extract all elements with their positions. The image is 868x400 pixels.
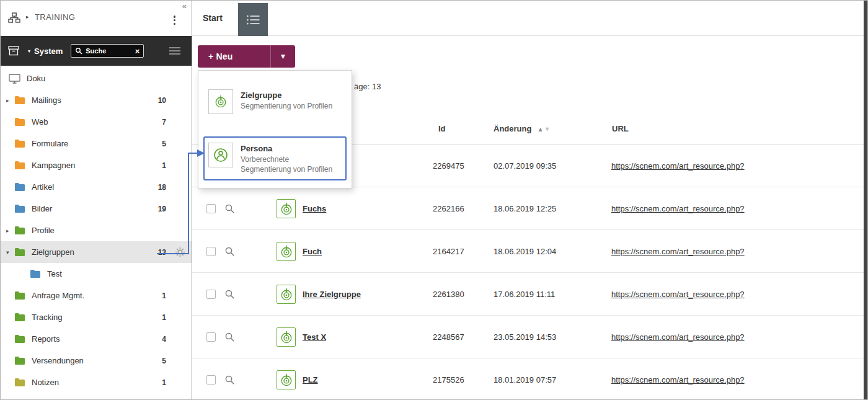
tree-item-count: 18 xyxy=(158,183,166,192)
row-checkbox[interactable] xyxy=(206,247,216,256)
tree-item-label: Reports xyxy=(32,334,60,344)
row-id: 2269475 xyxy=(433,161,464,171)
row-change-date: 18.01.2019 07:57 xyxy=(494,375,556,384)
folder-icon-green xyxy=(14,226,25,235)
gear-icon[interactable] xyxy=(175,247,185,257)
tree-item-reports[interactable]: Reports 4 xyxy=(1,328,192,350)
sidebar-tree: Doku ▸ Mailings 10 Web 7 Formulare 5 Kam… xyxy=(1,68,192,393)
tree-item-count: 1 xyxy=(162,378,166,387)
app-window: ▸ TRAINING « ▾ System × Doku ▸ Mailings … xyxy=(0,0,868,400)
row-url-link[interactable]: https://scnem.com/art_resource.php? xyxy=(611,375,745,384)
row-url-link[interactable]: https://scnem.com/art_resource.php? xyxy=(611,247,745,256)
row-search-icon[interactable] xyxy=(224,332,235,342)
more-menu-icon[interactable] xyxy=(172,13,177,27)
tree-item-formulare[interactable]: Formulare 5 xyxy=(1,133,192,154)
tree-item-anfrage-mgmt[interactable]: Anfrage Mgmt. 1 xyxy=(1,285,192,306)
tree-item-zielgruppen[interactable]: ▾ Zielgruppen 13 xyxy=(1,241,192,263)
clear-search-icon[interactable]: × xyxy=(135,47,140,55)
new-button[interactable]: + Neu ▼ xyxy=(198,45,295,68)
menu-item-persona[interactable]: Persona Vorberechnete Segmentierung von … xyxy=(203,136,347,180)
tree-item-bilder[interactable]: Bilder 19 xyxy=(1,198,192,220)
tree-item-versendungen[interactable]: Versendungen 5 xyxy=(1,350,192,371)
tree-chevron-icon[interactable]: ▾ xyxy=(6,249,14,256)
tree-item-label: Mailings xyxy=(32,96,61,105)
row-change-date: 17.06.2019 11:11 xyxy=(494,290,555,299)
table-row: Ihre Zielgruppe 2261380 17.06.2019 11:11… xyxy=(192,273,867,316)
tree-item-label: Artikel xyxy=(32,182,54,192)
zielgruppe-target-icon xyxy=(208,89,233,114)
folder-icon-green xyxy=(14,291,25,300)
system-caret-icon[interactable]: ▾ xyxy=(28,48,30,54)
tab-bar: Start xyxy=(192,1,867,36)
tree-item-count: 13 xyxy=(158,248,166,257)
tab-start[interactable]: Start xyxy=(203,1,223,35)
zielgruppe-target-icon xyxy=(277,242,296,261)
tree-item-label: Doku xyxy=(27,74,45,83)
row-url-link[interactable]: https://scnem.com/art_resource.php? xyxy=(611,332,745,342)
search-icon xyxy=(75,47,82,55)
row-checkbox[interactable] xyxy=(206,332,216,342)
list-menu-icon[interactable] xyxy=(169,45,180,56)
folder-icon-olive xyxy=(14,378,25,387)
persona-icon xyxy=(208,143,233,167)
tree-item-label: Bilder xyxy=(32,204,52,213)
column-header-aenderung[interactable]: Änderung▲▼ xyxy=(494,124,549,133)
row-search-icon[interactable] xyxy=(224,246,235,257)
folder-icon-orange xyxy=(14,117,25,127)
tree-item-test[interactable]: Test xyxy=(1,263,192,285)
window-edge-scrollbar[interactable] xyxy=(864,1,867,399)
row-id: 2175526 xyxy=(433,375,464,384)
row-url-link[interactable]: https://scnem.com/art_resource.php? xyxy=(611,161,745,171)
new-button-caret-icon[interactable]: ▼ xyxy=(270,45,295,68)
tree-item-kampagnen[interactable]: Kampagnen 1 xyxy=(1,154,192,176)
folder-icon-green xyxy=(14,247,25,257)
row-search-icon[interactable] xyxy=(224,289,235,300)
tree-item-doku[interactable]: Doku xyxy=(1,68,192,89)
tree-item-profile[interactable]: ▸ Profile xyxy=(1,220,192,241)
row-name-link[interactable]: Test X xyxy=(303,332,326,342)
table-row: Test X 2248567 23.05.2019 14:53 https://… xyxy=(192,316,867,358)
row-checkbox[interactable] xyxy=(206,290,216,299)
row-id: 2261380 xyxy=(433,290,464,299)
workspace-caret-icon[interactable]: ▸ xyxy=(26,14,29,20)
tree-item-count: 19 xyxy=(158,205,166,213)
row-name-link[interactable]: PLZ xyxy=(303,375,318,384)
folder-icon-orange xyxy=(14,139,25,148)
tree-item-web[interactable]: Web 7 xyxy=(1,111,192,133)
row-url-link[interactable]: https://scnem.com/art_resource.php? xyxy=(611,204,745,213)
sitemap-icon[interactable] xyxy=(8,12,20,23)
row-name-link[interactable]: Ihre Zielgruppe xyxy=(303,290,361,299)
tree-item-tracking[interactable]: Tracking 1 xyxy=(1,306,192,328)
row-name-link[interactable]: Fuchs xyxy=(303,204,326,213)
column-header-id[interactable]: Id xyxy=(438,124,446,133)
folder-icon-blue xyxy=(30,269,41,278)
workspace-title: TRAINING xyxy=(35,12,75,22)
row-search-icon[interactable] xyxy=(224,375,235,385)
row-id: 2164217 xyxy=(433,247,464,256)
column-header-url[interactable]: URL xyxy=(612,124,629,133)
row-checkbox[interactable] xyxy=(206,204,216,213)
archive-box-icon[interactable] xyxy=(8,46,19,56)
tree-item-label: Formulare xyxy=(32,139,68,148)
tree-item-label: Anfrage Mgmt. xyxy=(32,291,84,300)
sort-desc-icon[interactable]: ▼ xyxy=(546,127,549,132)
tab-list-active[interactable] xyxy=(238,3,268,36)
search-input[interactable] xyxy=(86,47,133,55)
sidebar: ▸ TRAINING « ▾ System × Doku ▸ Mailings … xyxy=(1,1,192,399)
menu-item-zielgruppe[interactable]: Zielgruppe Segmentierung von Profilen xyxy=(203,83,347,120)
tree-chevron-icon[interactable]: ▸ xyxy=(6,228,14,234)
row-id: 2262166 xyxy=(433,204,464,213)
row-url-link[interactable]: https://scnem.com/art_resource.php? xyxy=(611,290,745,299)
tree-item-label: Profile xyxy=(32,226,55,235)
tree-item-mailings[interactable]: ▸ Mailings 10 xyxy=(1,89,192,111)
tree-item-label: Notizen xyxy=(32,378,59,387)
row-search-icon[interactable] xyxy=(224,203,235,214)
row-checkbox[interactable] xyxy=(206,375,216,384)
tree-item-notizen[interactable]: Notizen 1 xyxy=(1,371,192,393)
system-selector[interactable]: System xyxy=(34,47,63,56)
tree-item-artikel[interactable]: Artikel 18 xyxy=(1,176,192,198)
row-name-link[interactable]: Fuch xyxy=(303,247,322,256)
tree-chevron-icon[interactable]: ▸ xyxy=(6,97,14,104)
collapse-sidebar-icon[interactable]: « xyxy=(182,1,187,11)
sort-asc-icon[interactable]: ▲ xyxy=(538,127,542,132)
